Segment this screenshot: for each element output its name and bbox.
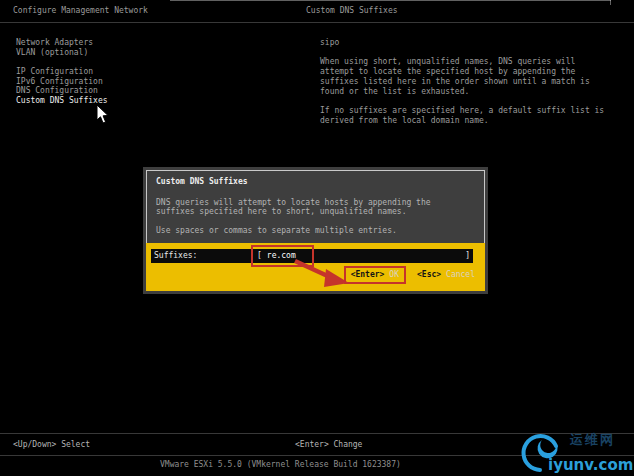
dialog-title: Custom DNS Suffixes	[156, 177, 475, 187]
menu-item-dns-configuration[interactable]: DNS Configuration	[16, 86, 166, 96]
menu-item-ipv6-configuration[interactable]: IPv6 Configuration	[16, 77, 166, 87]
annotation-box-enter-ok: <Enter> OK	[344, 266, 406, 285]
frame-top-tick	[610, 0, 611, 5]
menu-item-vlan[interactable]: VLAN (optional)	[16, 48, 166, 58]
menu-item-ip-configuration[interactable]: IP Configuration	[16, 67, 166, 77]
dialog-key-hints: <Enter> OK <Esc> Cancel	[344, 270, 475, 280]
menu-item-network-adapters[interactable]: Network Adapters	[16, 38, 166, 48]
custom-dns-suffixes-dialog: Custom DNS Suffixes DNS queries will att…	[143, 167, 488, 294]
bracket-close: ]	[465, 251, 470, 261]
section-title: Custom DNS Suffixes	[306, 6, 398, 16]
esc-key-hint: <Esc>	[417, 270, 441, 280]
menu-spacer	[16, 57, 166, 67]
menu-item-custom-dns-suffixes[interactable]: Custom DNS Suffixes	[16, 96, 166, 106]
suffixes-field-label: Suffixes:	[154, 251, 251, 261]
dns-suffix-default-note: If no suffixes are specified here, a def…	[320, 106, 610, 125]
dns-suffix-description: When using short, unqualified names, DNS…	[320, 57, 610, 96]
frame-top-line	[170, 0, 611, 1]
hints-divider	[0, 433, 634, 434]
network-menu: Network Adapters VLAN (optional) IP Conf…	[16, 38, 166, 106]
watermark-cn-text: 运维网	[569, 432, 615, 447]
dialog-input-area: Suffixes: [re.com ] <Enter> OK <Esc> Can…	[146, 243, 485, 291]
bracket-open: [	[257, 251, 262, 261]
cancel-action-label: Cancel	[446, 270, 475, 280]
suffixes-field-value: re.com	[267, 251, 296, 261]
enter-change-hint: <Enter> Change	[295, 440, 362, 450]
mouse-cursor-icon	[96, 104, 110, 125]
version-divider	[0, 455, 634, 456]
dialog-description: DNS queries will attempt to locate hosts…	[156, 198, 475, 217]
suffixes-input[interactable]: Suffixes: [re.com ]	[151, 249, 473, 263]
esxi-console-screen: Configure Management Network Custom DNS …	[0, 0, 634, 476]
page-title: Configure Management Network	[13, 6, 148, 16]
info-panel: sipo When using short, unqualified names…	[320, 38, 610, 125]
ok-action-label: OK	[389, 270, 399, 280]
watermark-swirl-icon	[524, 436, 556, 470]
hostname-value: sipo	[320, 38, 610, 48]
esxi-version-text: VMware ESXi 5.5.0 (VMkernel Release Buil…	[160, 460, 401, 470]
dialog-body: Custom DNS Suffixes DNS queries will att…	[146, 170, 485, 243]
dialog-hint: Use spaces or commas to separate multipl…	[156, 226, 475, 236]
topbar-divider	[0, 22, 634, 23]
watermark-site-text: iyunv.com	[548, 456, 633, 474]
annotation-box-input: [re.com	[251, 245, 314, 267]
enter-key-hint: <Enter>	[351, 270, 385, 280]
updown-select-hint: <Up/Down> Select	[13, 440, 90, 450]
